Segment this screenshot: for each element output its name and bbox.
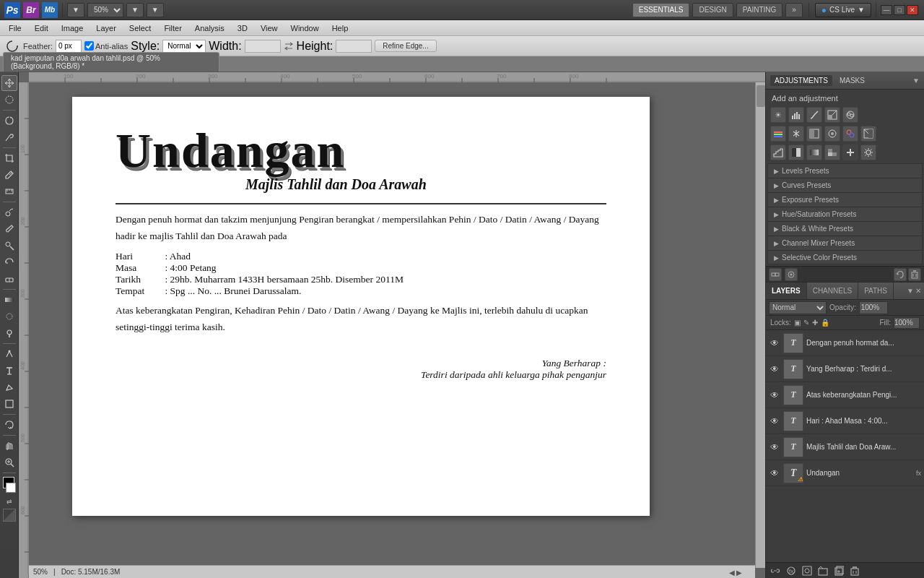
width-input[interactable] [245, 40, 281, 53]
menu-3d[interactable]: 3D [232, 22, 253, 34]
delete-adj-btn[interactable] [908, 268, 921, 281]
add-mask-btn[interactable] [801, 564, 814, 577]
brush-tool[interactable] [1, 221, 17, 237]
canvas-area[interactable]: Undangan Majlis Tahlil dan Doa Arawah De… [29, 82, 765, 578]
marquee-tool[interactable] [1, 92, 17, 108]
swap-icon[interactable] [284, 41, 294, 51]
lock-all-icon[interactable]: 🔒 [821, 319, 829, 327]
3d-rotate-tool[interactable] [1, 417, 17, 433]
preset-curves[interactable]: ▶ Curves Presets [768, 178, 922, 193]
minimize-button[interactable]: — [881, 5, 892, 15]
gradient-map-icon[interactable] [806, 144, 822, 160]
history-brush-tool[interactable] [1, 254, 17, 270]
add-style-btn[interactable]: fx [785, 564, 798, 577]
brightness-icon[interactable]: ☀ [770, 107, 786, 123]
adj-settings-icon[interactable] [860, 144, 876, 160]
height-input[interactable] [336, 40, 372, 53]
ps-icon[interactable]: Ps [4, 2, 20, 18]
layer-visibility-icon[interactable]: 👁 [769, 390, 780, 400]
background-color[interactable] [6, 483, 16, 493]
path-selection-tool[interactable] [1, 379, 17, 395]
add-adj-btn[interactable] [842, 144, 858, 160]
layer-item[interactable]: 👁 T ⚠ Undangan fx [766, 460, 924, 486]
layers-panel-menu[interactable]: ▼ [907, 287, 914, 295]
preset-levels[interactable]: ▶ Levels Presets [768, 164, 922, 178]
preset-channel-mixer[interactable]: ▶ Channel Mixer Presets [768, 236, 922, 251]
feather-input[interactable] [56, 40, 82, 53]
lock-position-icon[interactable]: ✚ [812, 319, 818, 327]
menu-edit[interactable]: Edit [29, 22, 54, 34]
reset-adj-btn[interactable] [894, 268, 907, 281]
lasso-tool[interactable] [1, 113, 17, 129]
menu-filter[interactable]: Filter [158, 22, 187, 34]
layer-item[interactable]: 👁 T Yang Berharap : Terdiri d... [766, 356, 924, 382]
layers-panel-collapse[interactable]: ✕ [915, 287, 921, 295]
menu-analysis[interactable]: Analysis [189, 22, 230, 34]
pen-tool[interactable] [1, 346, 17, 362]
clone-stamp-tool[interactable] [1, 238, 17, 254]
more-workspaces-button[interactable]: » [785, 3, 803, 17]
tab-masks[interactable]: MASKS [835, 75, 869, 86]
tab-paths[interactable]: PATHS [858, 282, 894, 299]
blend-mode-select[interactable]: Normal Multiply Screen [769, 301, 827, 314]
antialias-checkbox[interactable] [84, 41, 94, 51]
zoom-tool[interactable] [1, 454, 17, 470]
menu-view[interactable]: View [255, 22, 284, 34]
switch-colors-icon[interactable]: ⇄ [6, 498, 12, 505]
menu-layer[interactable]: Layer [90, 22, 122, 34]
preset-hue[interactable]: ▶ Hue/Saturation Presets [768, 207, 922, 222]
zoom-select[interactable]: 50% 100% 25% [87, 3, 123, 17]
design-button[interactable]: DESIGN [692, 3, 733, 17]
hsl-icon[interactable] [770, 126, 786, 142]
tab-close-icon[interactable]: × [208, 59, 212, 66]
new-layer-btn[interactable] [832, 564, 845, 577]
preset-bw[interactable]: ▶ Black & White Presets [768, 222, 922, 236]
painting-button[interactable]: PAINTING [736, 3, 783, 17]
menu-window[interactable]: Window [285, 22, 325, 34]
new-group-btn[interactable] [816, 564, 829, 577]
eyedropper-tool[interactable] [1, 167, 17, 183]
panel-collapse-btn[interactable]: ▼ [912, 77, 920, 85]
tab-channels[interactable]: CHANNELS [807, 282, 858, 299]
eraser-tool[interactable] [1, 271, 17, 287]
lock-transparent-icon[interactable]: ▣ [794, 319, 801, 327]
dodge-tool[interactable] [1, 325, 17, 341]
vibrance-icon[interactable] [842, 107, 858, 123]
opacity-input[interactable] [859, 301, 888, 314]
crop-tool[interactable] [1, 150, 17, 166]
spot-healing-tool[interactable] [1, 204, 17, 220]
fill-input[interactable] [894, 317, 920, 329]
layer-visibility-icon[interactable]: 👁 [769, 338, 780, 348]
visibility-btn[interactable] [785, 268, 798, 281]
cs-live-button[interactable]: ● CS Live ▼ [815, 3, 871, 17]
refine-edge-button[interactable]: Refine Edge... [375, 40, 436, 52]
scroll-right-btn[interactable]: ▶ [736, 569, 742, 577]
preset-exposure[interactable]: ▶ Exposure Presets [768, 193, 922, 207]
scrollbar-vertical[interactable] [755, 82, 765, 568]
menu-help[interactable]: Help [326, 22, 354, 34]
menu-select[interactable]: Select [123, 22, 157, 34]
move-tool[interactable] [1, 75, 17, 91]
bw-icon[interactable] [806, 126, 822, 142]
essentials-button[interactable]: ESSENTIALS [632, 3, 690, 17]
photofilter-icon[interactable] [824, 126, 840, 142]
link-layers-btn[interactable] [769, 564, 782, 577]
scroll-left-btn[interactable]: ◀ [729, 569, 735, 577]
curves-icon[interactable] [806, 107, 822, 123]
close-button[interactable]: ✕ [907, 5, 918, 15]
arrange-button[interactable]: ▼ [147, 3, 164, 17]
tab-adjustments[interactable]: ADJUSTMENTS [770, 75, 832, 86]
blur-tool[interactable] [1, 309, 17, 324]
levels-icon[interactable] [788, 107, 804, 123]
view-mode-button[interactable]: ▼ [67, 3, 84, 17]
hand-tool[interactable] [1, 438, 17, 454]
ruler-tool[interactable] [1, 184, 17, 199]
threshold-icon[interactable] [788, 144, 804, 160]
nav-arrows[interactable]: ◀ ▶ [729, 569, 742, 577]
gradient-tool[interactable] [1, 292, 17, 308]
document-tab[interactable]: kad jemputan d0a arwah dan tahlil.psd @ … [3, 52, 219, 72]
preset-selective[interactable]: ▶ Selective Color Presets [768, 251, 922, 264]
tab-layers[interactable]: LAYERS [766, 282, 807, 299]
colorbalance-icon[interactable] [788, 126, 804, 142]
selective-color-icon[interactable] [824, 144, 840, 160]
